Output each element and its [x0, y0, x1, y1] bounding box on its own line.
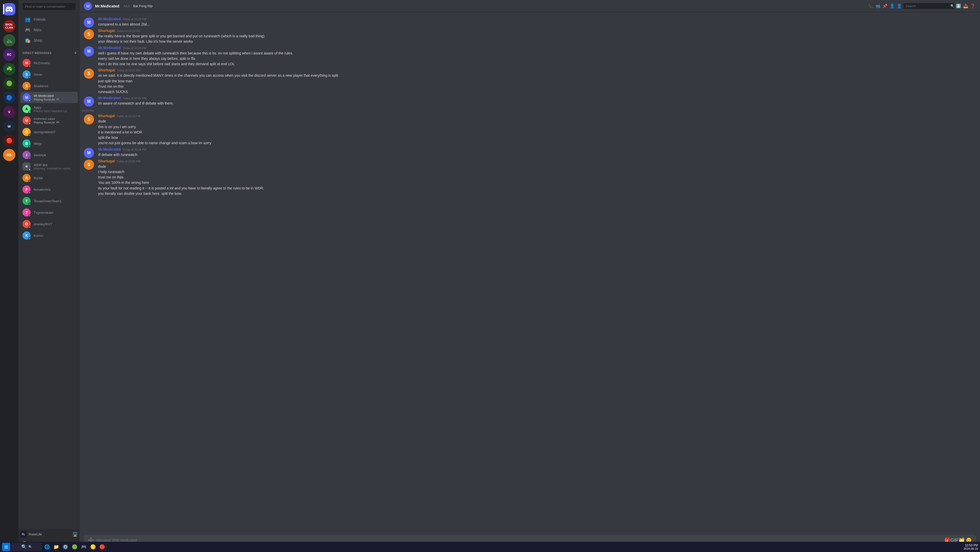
v-server-icon[interactable]: V: [3, 106, 15, 118]
mohmed-status: [29, 122, 31, 125]
wdr-server-icon[interactable]: W: [3, 120, 15, 132]
mohmed-avatar: M: [22, 116, 31, 124]
clover-icon[interactable]: ☘️: [3, 63, 15, 75]
blue-server-icon[interactable]: 🔵: [3, 91, 15, 104]
add-dm-button[interactable]: +: [73, 51, 78, 55]
red-server-icon[interactable]: 🔴: [3, 134, 15, 147]
dm-item-appy[interactable]: A Appy Playing https://appybot.xyz: [21, 103, 78, 115]
dm-item-mohmed[interactable]: M mohmed saad Playing RuneLite 🎮: [21, 115, 78, 126]
msg-header-8: Shurtugal Today at 10:25 PM: [98, 159, 962, 163]
taskbar-chrome[interactable]: 🌐: [43, 543, 51, 551]
start-button[interactable]: ⊞: [2, 543, 10, 551]
dm-item-mrmedicated[interactable]: M Mr.Medicated Playing RuneLite 🎮: [21, 92, 78, 103]
msg-avatar-3: M: [84, 46, 94, 56]
blegy-status: [29, 145, 31, 148]
taskbar-clock: 10:53 PM 2024-06-18: [964, 544, 978, 550]
taskbar-right: 10:53 PM 2024-06-18: [964, 544, 978, 550]
left-sidebar: 👥 Friends 🎮 Nitro 🛍️ Shop DIRECT MESSAGE…: [18, 0, 80, 552]
dm-item-dowsey[interactable]: D dowsey9027: [21, 219, 78, 230]
dm-item-wdrbot[interactable]: W WDR Bot Watching !modmail for replies: [21, 161, 78, 172]
rs-server-icon[interactable]: RS: [3, 149, 15, 161]
bike-icon[interactable]: 🚲: [3, 34, 15, 46]
dm-item-rynkk[interactable]: R Rynkk: [21, 172, 78, 183]
message-group-1: M Mr.Medicated Today at 10:20 PM compare…: [80, 16, 980, 28]
dm-item-kurisu[interactable]: K Kurisu: [21, 230, 78, 241]
timestamp-row-6: 10:23 PM: [80, 107, 980, 113]
taskbar-app7[interactable]: 🔴: [98, 543, 106, 551]
runelite-status-icon[interactable]: 🖥️: [73, 532, 78, 537]
download-button[interactable]: ⬇️: [956, 3, 962, 9]
message-group-8: S Shurtugal Today at 10:25 PM dude I hel…: [80, 158, 980, 197]
txgreen-name: Txgreenteam: [34, 211, 76, 214]
add-friend-button[interactable]: 👤: [889, 3, 895, 9]
dm-item-txgreen[interactable]: T Txgreenteam: [21, 207, 78, 218]
taskbar-app4[interactable]: 🟢: [70, 543, 79, 551]
dm-item-texasgreen[interactable]: T TexasGreenTeam1: [21, 195, 78, 207]
chat-search: 🔍: [904, 3, 955, 9]
femalechris-avatar: F: [22, 185, 31, 193]
voice-call-button[interactable]: 📞: [868, 3, 874, 9]
chat-search-input[interactable]: [905, 4, 948, 8]
msg-username-3[interactable]: Mr.Medicated: [98, 46, 121, 50]
chat-header-name: Mr.Medicated: [95, 4, 119, 8]
msg-username-2[interactable]: Shurtugal: [98, 29, 115, 33]
nitro-icon: 🎮: [24, 27, 31, 33]
dowsey-avatar: D: [22, 220, 31, 228]
help-button[interactable]: ❓: [970, 3, 976, 9]
dm-item-femalechris[interactable]: F femalechris: [21, 184, 78, 195]
iron-clan-icon[interactable]: IRONCLAN: [3, 20, 15, 32]
wdrbot-avatar: W: [22, 162, 31, 171]
femalechris-status: [29, 191, 31, 194]
profile-button[interactable]: 👤: [896, 3, 902, 9]
demigoddes-avatar: D: [22, 128, 31, 136]
nitro-item[interactable]: 🎮 Nitro: [21, 25, 78, 35]
active-indicator: [3, 4, 4, 14]
msg-text-6d: split the bow: [98, 135, 962, 140]
dm-item-blegy[interactable]: B blegy: [21, 138, 78, 149]
taskbar-files[interactable]: 📁: [52, 543, 60, 551]
msg-text-6a: dude: [98, 119, 962, 124]
taskbar-search[interactable]: 🔍 🔍: [11, 543, 42, 551]
shop-item[interactable]: 🛍️ Shop: [21, 35, 78, 46]
msg-username-1[interactable]: Mr.Medicated: [98, 17, 121, 21]
texasgreen-name: TexasGreenTeam1: [34, 199, 76, 203]
msg-username-7[interactable]: Mr.Medicated: [98, 147, 121, 152]
msg-username-5[interactable]: Mr.Medicated: [98, 96, 121, 100]
rc-icon[interactable]: RC: [3, 49, 15, 61]
msg-username-4[interactable]: Shurtugal: [98, 68, 115, 72]
discord-home-icon[interactable]: [3, 3, 15, 15]
shattered-name: Shattered: [34, 84, 76, 88]
mrmedicated-name: Mr.Medicated: [34, 94, 76, 98]
shop-icon: 🛍️: [24, 37, 31, 43]
msg-username-6[interactable]: Shurtugal: [98, 114, 115, 118]
taskbar-app6[interactable]: 🟡: [89, 543, 97, 551]
video-call-button[interactable]: 📹: [875, 3, 881, 9]
dm-item-shattered[interactable]: S Shattered: [21, 80, 78, 91]
dowsey-status: [29, 226, 31, 228]
msg-header-2: Shurtugal Today at 10:20 PM: [98, 29, 962, 33]
dm-item-serac[interactable]: S Serac: [21, 69, 78, 80]
inbox-button[interactable]: 📥: [963, 3, 969, 9]
dm-item-demigoddes[interactable]: D demigoddes07: [21, 126, 78, 137]
server-slot-ic: IRONCLAN: [3, 20, 15, 32]
green-circle-icon[interactable]: 🟢: [3, 77, 15, 89]
msg-text-2a: the reality here is the tbow gets split …: [98, 34, 962, 38]
dm-item-mczonalds[interactable]: M McZonalds: [21, 57, 78, 69]
serac-avatar: S: [22, 70, 31, 78]
msg-timestamp-3: Today at 10:20 PM: [123, 46, 146, 49]
dm-search-input[interactable]: [22, 3, 76, 10]
pin-button[interactable]: 📌: [882, 3, 888, 9]
femalechris-name: femalechris: [34, 188, 76, 191]
msg-text-8c: trust me on thjis.: [98, 175, 962, 180]
dm-item-ibeastpk[interactable]: I ibeastpk: [21, 149, 78, 161]
taskbar-app3[interactable]: ⚙️: [61, 543, 70, 551]
mczonalds-status: [29, 65, 31, 67]
msg-text-7: ill debate with runewatch.: [98, 152, 962, 157]
msg-username-8[interactable]: Shurtugal: [98, 159, 115, 163]
msg-header-7: Mr.Medicated Today at 10:24 PM: [98, 147, 962, 152]
msg-text-4b: just split the bow man: [98, 79, 962, 84]
mrmedicated-status: [29, 99, 31, 102]
server-bar: IRONCLAN 🚲 RC ☘️ 🟢 🔵 V W 🔴 RS: [0, 0, 18, 552]
taskbar-app5[interactable]: 🎮: [80, 543, 88, 551]
friends-item[interactable]: 👥 Friends: [21, 14, 78, 24]
